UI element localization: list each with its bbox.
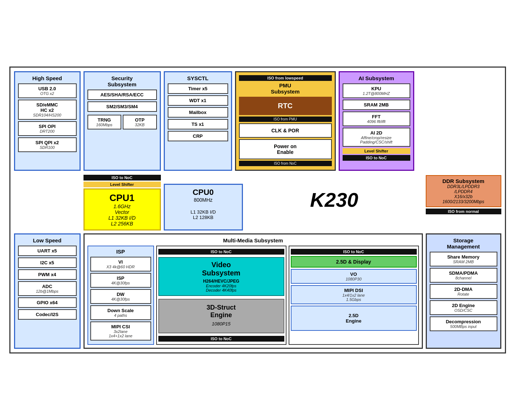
- kpu-title: KPU: [345, 86, 407, 91]
- mipi-dsi-title: MIPI DSI: [294, 288, 414, 293]
- power-on-label: Power onEnable: [274, 143, 297, 155]
- usb-desc: OTG x2: [21, 91, 74, 96]
- 2d-dma-box: 2D-DMA Rotate: [430, 284, 497, 299]
- isp-inner-title: ISP: [93, 275, 148, 281]
- struct-title: 3D-StructEngine: [163, 304, 279, 319]
- 2d-dma-desc: Rotate: [433, 292, 494, 296]
- cpu1-vector: Vector: [87, 209, 157, 215]
- kpu-box: KPU 1.2T@800MHZ: [343, 83, 410, 98]
- ai2d-box: AI 2D Affine/crop/resizePadding/CSC/shif…: [343, 128, 410, 147]
- video-iso-bottom: ISO to NoC: [158, 336, 284, 342]
- ddr-box: DDR Subsystem DDR3L/LPDDR3 /LPDDR4 X16/x…: [426, 175, 501, 207]
- codec-title: Codec/I2S: [21, 312, 74, 317]
- timer-box: Timer x5: [168, 83, 228, 94]
- vo-desc: 1080P30: [294, 277, 414, 281]
- usb-title: USB 2.0: [21, 86, 74, 91]
- gpio-title: GPIO x64: [21, 300, 74, 305]
- uart-title: UART x5: [21, 248, 74, 254]
- ai2d-desc: Affine/crop/resizePadding/CSC/shift: [345, 136, 407, 144]
- display-iso-top: ISO to NoC: [291, 249, 417, 255]
- sdma-title: SDMA/PDMA: [433, 270, 494, 276]
- struct-engine-box: 3D-StructEngine 1080P15: [158, 299, 284, 333]
- cpu1-column: ISO to NoC Level Shifter CPU1 1.6GHz Vec…: [83, 174, 161, 230]
- sd-emmc-box: SD/eMMCHC x2 SDR104/HS200: [18, 100, 77, 120]
- i2c-title: I2C x5: [21, 260, 74, 265]
- rtc-label: RTC: [278, 102, 293, 110]
- cpu1-name: CPU1: [87, 192, 157, 204]
- spi-opi-box: SPI OPI DRT200: [18, 121, 77, 136]
- cpu1-l2: L2 256KB: [87, 221, 157, 227]
- clk-por-box: CLK & POR: [239, 123, 332, 138]
- trng-box: TRNG 160Mbps: [87, 115, 122, 129]
- ddr-desc4: 1600/2133/3200Mbps: [429, 199, 498, 204]
- vo-box: VO 1080P30: [291, 269, 417, 284]
- ddr-title: DDR Subsystem: [429, 178, 498, 184]
- fft-title: FFT: [345, 114, 407, 119]
- wdt-box: WDT x1: [168, 95, 228, 106]
- cpu0-name: CPU0: [168, 188, 239, 197]
- struct-desc: 1080P15: [163, 321, 279, 327]
- pwm-box: PWM x4: [18, 269, 77, 280]
- security-title: SecuritySubsystem: [87, 75, 157, 87]
- fft-box: FFT 4096 fft/ifft: [343, 111, 410, 126]
- share-mem-desc: SRAM 2MB: [433, 260, 494, 264]
- isp-inner-box: ISP 4K@30fps: [90, 273, 151, 288]
- aes-title: AES/SHA/RSA/ECC: [90, 92, 154, 97]
- aes-box: AES/SHA/RSA/ECC: [87, 90, 157, 100]
- ddr-desc2: /LPDDR4: [429, 189, 498, 194]
- downscale-box: Down Scale 4 paths: [90, 305, 151, 320]
- ai-section: AI Subsystem KPU 1.2T@800MHZ SRAM 2MB FF…: [339, 71, 414, 171]
- usb-box: USB 2.0 OTG x2: [18, 83, 77, 98]
- codec-box: Codec/I2S: [18, 309, 77, 320]
- video-iso-top: ISO to NoC: [158, 249, 284, 255]
- 2d-dma-title: 2D-DMA: [433, 287, 494, 292]
- cpu1-iso-to-noc: ISO to NoC: [83, 175, 161, 181]
- otp-desc: 32KB: [126, 123, 154, 127]
- cpu1-level-shifter: Level Shifter: [83, 182, 161, 187]
- isp-col-title: ISP: [90, 248, 151, 255]
- video-subsystem: VideoSubsystem H264/HEVC/JPEG Encoder 4K…: [158, 257, 284, 296]
- pmu-title: PMUSubsystem: [239, 82, 332, 95]
- trng-otp-row: TRNG 160Mbps OTP 32KB: [87, 113, 157, 131]
- cpu0-l2: L2 128KB: [168, 215, 239, 220]
- display-label: 2.5D & Display: [291, 256, 417, 268]
- sysctl-title: SYSCTL: [168, 75, 228, 81]
- sdma-box: SDMA/PDMA 8channel: [430, 268, 497, 283]
- ddr-desc1: DDR3L/LPDDR3: [429, 184, 498, 189]
- 2d-engine-box: 2D Engine OSD/CSC: [430, 300, 497, 315]
- high-speed-title: High Speed: [18, 75, 77, 81]
- mipi-dsi-box: MIPI DSI 1x4/1x2 lane1.5Gbps: [291, 285, 417, 304]
- ai-title: AI Subsystem: [343, 75, 410, 81]
- pwm-title: PWM x4: [21, 272, 74, 277]
- isp-inner-desc: 4K@30fps: [93, 281, 148, 285]
- low-speed-section: Low Speed UART x5 I2C x5 PWM x4 ADC 12b@…: [14, 233, 81, 349]
- vo-title: VO: [294, 271, 414, 277]
- decoder-label: Decoder 4K40fps: [162, 288, 281, 292]
- iso-from-pmu-label: ISO from PMU: [239, 117, 332, 122]
- ai-level-shifter: Level Shifter: [343, 148, 410, 154]
- decomp-box: Decompression 500MBps input: [430, 316, 497, 331]
- decomp-title: Decompression: [433, 319, 494, 324]
- wdt-title: WDT x1: [171, 98, 225, 103]
- trng-desc: 160Mbps: [90, 123, 119, 127]
- downscale-title: Down Scale: [93, 308, 148, 313]
- ddr-iso-from-normal: ISO from normal: [426, 209, 501, 214]
- dw-desc: 4K@30fps: [93, 297, 148, 301]
- high-speed-section: High Speed USB 2.0 OTG x2 SD/eMMCHC x2 S…: [14, 71, 81, 171]
- video-column: ISO to NoC VideoSubsystem H264/HEVC/JPEG…: [156, 246, 286, 345]
- multimedia-section: Multi-Media Subsystem ISP VI X3 4k@60 HD…: [83, 233, 423, 349]
- otp-title: OTP: [126, 117, 154, 123]
- vi-title: VI: [93, 259, 148, 265]
- storage-title: StorageManagement: [430, 237, 497, 250]
- sm-box: SM2/SM3/SM4: [87, 101, 157, 112]
- rtc-box: RTC: [239, 97, 332, 115]
- vi-desc: X3 4k@60 HDR: [93, 265, 148, 269]
- low-speed-title: Low Speed: [18, 237, 77, 243]
- multimedia-title: Multi-Media Subsystem: [87, 237, 419, 243]
- mipi-csi-desc: 3x2lane1x4+1x2 lane: [93, 329, 148, 338]
- isp-column: ISP VI X3 4k@60 HDR ISP 4K@30fps DW 4K@3…: [87, 246, 154, 345]
- ai2d-title: AI 2D: [345, 130, 407, 136]
- downscale-desc: 4 paths: [93, 313, 148, 318]
- ts-title: TS x1: [171, 122, 225, 127]
- engine-25d-box: 2.5DEngine: [291, 306, 417, 331]
